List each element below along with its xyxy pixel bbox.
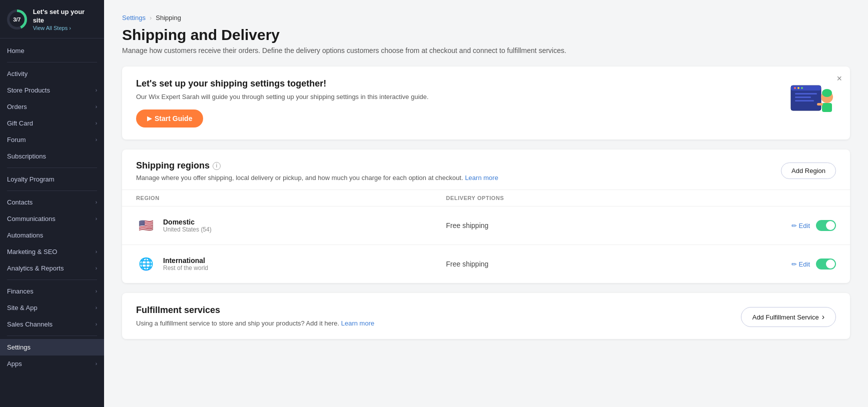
add-fulfillment-label: Add Fulfillment Service [752,314,819,321]
col-delivery: DELIVERY OPTIONS [446,195,756,201]
shipping-regions-card: Shipping regions i Manage where you offe… [122,150,850,283]
region-text-international: International Rest of the world [163,256,208,272]
progress-circle: 3/7 [7,10,27,30]
guide-card-desc: Our Wix Expert Sarah will guide you thro… [136,93,429,100]
sidebar-item-activity[interactable]: Activity [0,66,104,82]
sidebar-item-left-finances: Finances [7,288,34,295]
region-sub-domestic: United States (54) [163,226,212,233]
region-flag-domestic: 🇺🇸 [136,216,156,236]
guide-card-title: Let's set up your shipping settings toge… [136,78,429,89]
sidebar-item-label-orders: Orders [7,103,27,110]
sidebar-item-gift-card[interactable]: Gift Card› [0,115,104,132]
sidebar-item-label-sales-channels: Sales Channels [7,320,53,328]
edit-button-domestic[interactable]: ✏ Edit [791,222,810,230]
sidebar-item-finances[interactable]: Finances› [0,283,104,300]
sidebar-item-chevron-analytics-reports: › [96,266,97,271]
svg-point-4 [801,87,803,89]
start-guide-button[interactable]: ▶ Start Guide [136,110,203,128]
sidebar-item-apps[interactable]: Apps› [0,356,104,372]
sidebar-item-analytics-reports[interactable]: Analytics & Reports› [0,260,104,276]
guide-card-content: Let's set up your shipping settings toge… [136,78,429,128]
svg-point-2 [794,87,796,89]
sidebar-divider-13 [7,280,97,280]
sidebar-item-label-site-app: Site & App [7,304,38,312]
sidebar-item-label-gift-card: Gift Card [7,120,33,127]
table-header: REGION DELIVERY OPTIONS [122,190,850,206]
toggle-domestic[interactable] [816,220,836,231]
svg-point-3 [797,87,799,89]
sidebar-item-contacts[interactable]: Contacts› [0,194,104,210]
sidebar-item-label-loyalty-program: Loyalty Program [7,176,55,183]
sidebar-item-chevron-store-products: › [96,88,97,93]
svg-rect-7 [795,100,814,102]
region-info-international: 🌐 International Rest of the world [136,254,446,274]
sidebar-item-label-analytics-reports: Analytics & Reports [7,264,64,272]
region-name-international: International [163,256,208,264]
edit-icon-domestic: ✏ [791,222,797,230]
sidebar-item-left-automations: Automations [7,232,43,239]
region-info-domestic: 🇺🇸 Domestic United States (54) [136,216,446,236]
sidebar-item-loyalty-program[interactable]: Loyalty Program [0,171,104,188]
close-guide-button[interactable]: × [836,74,842,84]
sidebar-item-sales-channels[interactable]: Sales Channels› [0,316,104,332]
fulfillment-learn-more[interactable]: Learn more [341,320,374,327]
info-icon: i [213,162,221,170]
sidebar-item-left-settings: Settings [7,344,31,351]
region-name-domestic: Domestic [163,218,212,226]
delivery-options-international: Free shipping [446,260,756,268]
svg-rect-10 [822,103,832,112]
add-fulfillment-chevron: › [822,312,824,322]
page-subtitle: Manage how customers receive their order… [122,46,850,54]
sidebar-item-label-apps: Apps [7,360,22,368]
sidebar-item-communications[interactable]: Communications› [0,210,104,227]
sidebar-item-subscriptions[interactable]: Subscriptions [0,148,104,164]
guide-illustration [786,83,836,123]
sidebar-item-left-activity: Activity [7,70,28,78]
view-all-steps[interactable]: View All Steps › [33,25,97,31]
edit-button-international[interactable]: ✏ Edit [791,260,810,268]
sidebar-item-left-contacts: Contacts [7,198,33,206]
sidebar-item-store-products[interactable]: Store Products› [0,82,104,98]
sidebar-item-chevron-gift-card: › [96,120,97,126]
shipping-regions-title: Shipping regions i [136,160,498,171]
sidebar-item-chevron-sales-channels: › [96,322,97,327]
sidebar-divider-8 [7,190,97,191]
add-region-button[interactable]: Add Region [781,162,836,179]
shipping-regions-learn-more[interactable]: Learn more [465,174,498,182]
sidebar-item-left-analytics-reports: Analytics & Reports [7,264,64,272]
sidebar-item-left-orders: Orders [7,103,27,110]
play-icon: ▶ [147,115,152,122]
breadcrumb-parent[interactable]: Settings [122,14,146,22]
region-sub-international: Rest of the world [163,264,208,272]
sidebar-item-left-marketing-seo: Marketing & SEO [7,248,57,256]
add-fulfillment-button[interactable]: Add Fulfillment Service › [741,307,836,327]
sidebar-item-label-home: Home [7,47,25,54]
start-guide-label: Start Guide [155,114,192,122]
sidebar-item-label-communications: Communications [7,215,56,222]
sidebar-item-label-activity: Activity [7,70,28,78]
sidebar-item-left-site-app: Site & App [7,304,38,312]
sidebar-item-label-settings: Settings [7,344,31,351]
sidebar-item-site-app[interactable]: Site & App› [0,300,104,316]
sidebar-item-marketing-seo[interactable]: Marketing & SEO› [0,244,104,260]
shipping-regions-desc: Manage where you offer shipping, local d… [136,174,498,190]
sidebar-item-left-subscriptions: Subscriptions [7,152,46,160]
sidebar-item-home[interactable]: Home [0,42,104,59]
toggle-international[interactable] [816,258,836,270]
delivery-options-domestic: Free shipping [446,222,756,230]
page-title: Shipping and Delivery [122,26,850,44]
sidebar-item-chevron-orders: › [96,104,97,110]
setup-title: Let's set up your site [33,8,97,25]
guide-card: Let's set up your shipping settings toge… [122,66,850,140]
sidebar-item-settings[interactable]: Settings [0,339,104,356]
sidebar-nav: HomeActivityStore Products›Orders›Gift C… [0,38,104,407]
svg-point-9 [822,89,832,97]
svg-rect-11 [817,103,823,106]
sidebar-item-chevron-contacts: › [96,200,97,205]
fulfillment-section: Fulfillment services Using a fulfillment… [122,293,850,339]
breadcrumb: Settings › Shipping [122,14,850,22]
sidebar-item-chevron-site-app: › [96,305,97,310]
sidebar-item-orders[interactable]: Orders› [0,98,104,115]
sidebar-item-forum[interactable]: Forum› [0,132,104,148]
sidebar-item-automations[interactable]: Automations [0,227,104,244]
